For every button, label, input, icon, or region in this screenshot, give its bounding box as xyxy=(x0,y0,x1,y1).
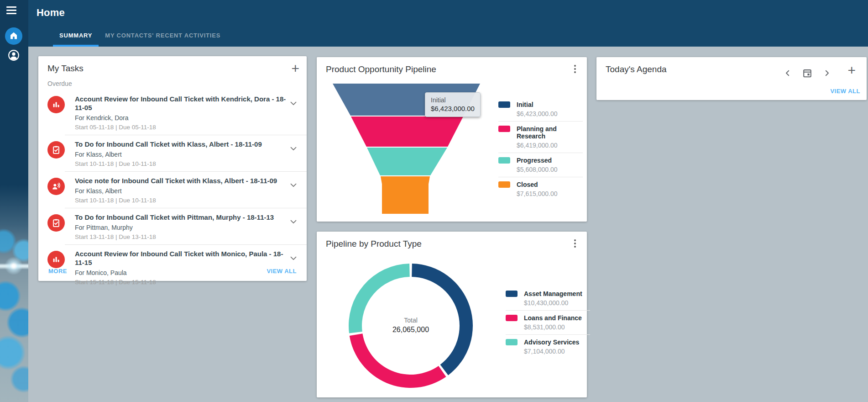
chevron-right-icon[interactable] xyxy=(820,66,834,80)
clipboard-check-icon xyxy=(47,214,65,232)
task-title: To Do for Inbound Call Ticket with Pittm… xyxy=(75,213,288,222)
task-item[interactable]: To Do for Inbound Call Ticket with Pittm… xyxy=(38,208,307,245)
task-dates: Start 15-11-18 | Due 15-11-18 xyxy=(75,279,288,286)
legend-value: $6,423,000.00 xyxy=(517,110,583,117)
task-list: Account Review for Inbound Call Ticket w… xyxy=(38,90,307,290)
chevron-down-icon[interactable] xyxy=(288,143,299,155)
bar-chart-icon xyxy=(47,96,65,113)
task-for: For Kendrick, Dora xyxy=(75,114,288,122)
task-dates: Start 13-11-18 | Due 13-11-18 xyxy=(75,233,288,241)
task-text: To Do for Inbound Call Ticket with Pittm… xyxy=(65,213,288,241)
funnel-segment-progressed[interactable] xyxy=(367,148,447,175)
tab-summary[interactable]: SUMMARY xyxy=(53,26,99,47)
chevron-down-icon[interactable] xyxy=(288,253,299,265)
my-tasks-title: My Tasks xyxy=(47,63,84,74)
legend-value: $5,608,000.00 xyxy=(517,166,583,173)
tooltip-stage: Initial xyxy=(431,96,475,104)
legend-value: $6,419,000.00 xyxy=(517,142,583,149)
home-nav-button[interactable] xyxy=(5,27,22,45)
user-profile-button[interactable] xyxy=(7,49,21,63)
legend-swatch xyxy=(498,101,510,108)
legend-label: Progressed xyxy=(517,157,552,164)
task-item[interactable]: Account Review for Inbound Call Ticket w… xyxy=(38,90,307,135)
task-for: For Monico, Paula xyxy=(75,269,288,277)
pipeline-by-product-type-card: Pipeline by Product Type Total 26,065,00… xyxy=(317,232,587,397)
product-opportunity-pipeline-card: Product Opportunity Pipeline Initial $6,… xyxy=(317,57,587,222)
funnel-segment-closed[interactable] xyxy=(381,176,430,214)
donut-legend-entry: Advisory Services$7,104,000.00 xyxy=(506,334,590,359)
agenda-view-all-button[interactable]: VIEW ALL xyxy=(830,88,860,95)
legend-label: Planning and Research xyxy=(517,125,583,140)
chevron-down-icon[interactable] xyxy=(288,217,299,228)
task-for: For Klass, Albert xyxy=(75,187,288,195)
calendar-icon[interactable] xyxy=(800,66,814,80)
tab-my-contacts-recent-activities[interactable]: MY CONTACTS' RECENT ACTIVITIES xyxy=(99,26,227,47)
task-for: For Klass, Albert xyxy=(75,151,288,159)
task-dates: Start 10-11-18 | Due 10-11-18 xyxy=(75,197,288,204)
legend-label: Closed xyxy=(517,181,538,188)
legend-value: $7,615,000.00 xyxy=(517,190,583,197)
funnel-segment-planning-and-research[interactable] xyxy=(351,116,463,147)
tab-bar: SUMMARY MY CONTACTS' RECENT ACTIVITIES xyxy=(53,26,227,47)
task-title: Voice note for Inbound Call Ticket with … xyxy=(75,176,288,185)
task-for: For Pittman, Murphy xyxy=(75,224,288,232)
task-item[interactable]: Voice note for Inbound Call Ticket with … xyxy=(38,172,307,208)
funnel-legend: Initial$6,423,000.00Planning and Researc… xyxy=(498,97,583,201)
agenda-title: Today's Agenda xyxy=(606,64,667,74)
funnel-legend-entry: Planning and Research$6,419,000.00 xyxy=(498,121,583,153)
tasks-view-all-button[interactable]: VIEW ALL xyxy=(267,268,297,275)
add-task-plus-icon[interactable]: + xyxy=(291,62,299,75)
legend-label: Initial xyxy=(517,101,533,108)
overdue-label: Overdue xyxy=(47,80,72,87)
legend-swatch xyxy=(506,339,518,345)
donut-legend: Asset Management$10,430,000.00Loans and … xyxy=(506,286,590,359)
legend-value: $8,531,000.00 xyxy=(524,323,590,331)
legend-swatch xyxy=(498,181,510,188)
task-title: Account Review for Inbound Call Ticket w… xyxy=(75,249,288,267)
more-button[interactable]: MORE xyxy=(48,268,67,275)
legend-swatch xyxy=(498,157,510,164)
funnel-legend-entry: Progressed$5,608,000.00 xyxy=(498,153,583,177)
donut-segment-advisory-services[interactable] xyxy=(349,264,410,333)
task-dates: Start 10-11-18 | Due 10-11-18 xyxy=(75,160,288,168)
donut-legend-entry: Loans and Finance$8,531,000.00 xyxy=(506,310,590,334)
user-profile-icon xyxy=(8,49,20,63)
task-item[interactable]: To Do for Inbound Call Ticket with Klass… xyxy=(38,135,307,172)
chevron-down-icon[interactable] xyxy=(288,98,299,110)
todays-agenda-card: Today's Agenda + VIEW ALL xyxy=(596,57,867,100)
donut-legend-entry: Asset Management$10,430,000.00 xyxy=(506,286,590,310)
left-rail xyxy=(0,0,28,402)
legend-swatch xyxy=(506,315,518,321)
chevron-down-icon[interactable] xyxy=(288,180,299,192)
voice-note-icon xyxy=(47,178,65,195)
funnel-legend-entry: Closed$7,615,000.00 xyxy=(498,177,583,201)
funnel-tooltip: Initial $6,423,000.00 xyxy=(425,92,481,117)
legend-label: Asset Management xyxy=(524,290,582,297)
agenda-actions xyxy=(781,66,834,80)
my-tasks-card: My Tasks + Overdue Account Review for In… xyxy=(38,56,307,281)
legend-swatch xyxy=(506,291,518,297)
legend-label: Loans and Finance xyxy=(524,314,582,322)
donut-segment-asset-management[interactable] xyxy=(412,264,473,375)
task-text: To Do for Inbound Call Ticket with Klass… xyxy=(65,140,288,168)
top-bar: Home SUMMARY MY CONTACTS' RECENT ACTIVIT… xyxy=(0,0,868,47)
task-text: Voice note for Inbound Call Ticket with … xyxy=(65,176,288,204)
chevron-left-icon[interactable] xyxy=(781,66,795,80)
legend-value: $10,430,000.00 xyxy=(524,299,590,307)
funnel-legend-entry: Initial$6,423,000.00 xyxy=(498,97,583,121)
task-text: Account Review for Inbound Call Ticket w… xyxy=(65,95,288,131)
legend-value: $7,104,000.00 xyxy=(524,348,590,355)
bar-chart-icon xyxy=(47,251,65,268)
task-text: Account Review for Inbound Call Ticket w… xyxy=(65,249,288,286)
menu-icon[interactable] xyxy=(6,6,17,16)
add-appointment-plus-icon[interactable]: + xyxy=(847,63,856,78)
page-title: Home xyxy=(37,7,65,19)
home-icon xyxy=(9,31,18,42)
task-title: To Do for Inbound Call Ticket with Klass… xyxy=(75,140,288,148)
legend-label: Advisory Services xyxy=(524,339,579,346)
legend-swatch xyxy=(498,126,510,132)
donut-segment-loans-and-finance[interactable] xyxy=(350,333,446,388)
clipboard-check-icon xyxy=(47,141,65,159)
task-title: Account Review for Inbound Call Ticket w… xyxy=(75,95,288,112)
tooltip-value: $6,423,000.00 xyxy=(431,104,475,113)
